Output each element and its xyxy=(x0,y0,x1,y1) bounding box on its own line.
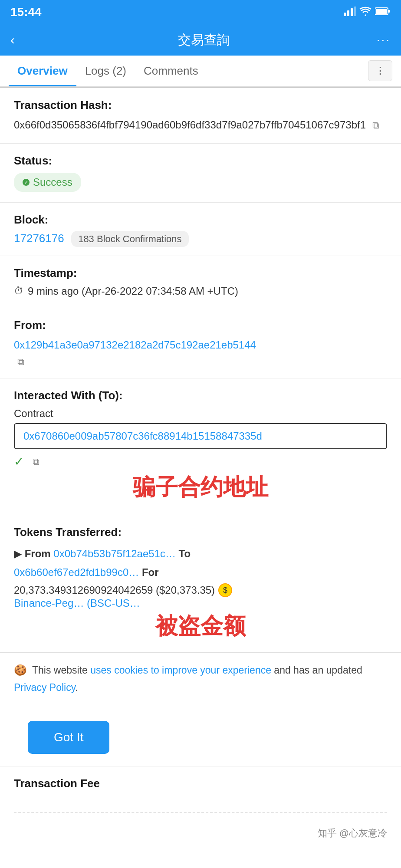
copy-contract-button[interactable]: ⧉ xyxy=(33,456,39,467)
signal-icon xyxy=(344,7,356,18)
tab-comments[interactable]: Comments xyxy=(135,56,207,85)
status-time: 15:44 xyxy=(10,5,42,19)
svg-rect-2 xyxy=(351,8,353,16)
cookie-link-1[interactable]: uses cookies to improve your experience xyxy=(90,664,271,676)
contract-actions: ✓ ⧉ xyxy=(14,454,387,469)
token-dollar-icon: $ xyxy=(218,583,232,597)
fraud-label: 骗子合约地址 xyxy=(14,472,387,503)
battery-icon xyxy=(375,7,391,17)
from-section: From: 0x129b41a3e0a97132e2182a2d75c192ae… xyxy=(0,308,401,378)
back-button[interactable]: ‹ xyxy=(10,33,31,47)
nav-bar: ‹ 交易查詢 ··· xyxy=(0,24,401,56)
block-section: Block: 17276176 183 Block Confirmations xyxy=(0,203,401,256)
block-number-link[interactable]: 17276176 xyxy=(14,232,64,245)
svg-rect-5 xyxy=(388,10,390,13)
tokens-from-address[interactable]: 0x0b74b53b75f12ae51c… xyxy=(53,548,176,559)
transaction-hash-label: Transaction Hash: xyxy=(14,99,387,112)
vertical-dots-icon: ⋮ xyxy=(375,65,385,76)
got-it-container: Got It xyxy=(0,705,401,766)
status-badge: Success xyxy=(14,173,387,192)
contract-address-box: 0x670860e009ab57807c36fc88914b1515884733… xyxy=(14,423,387,449)
svg-rect-0 xyxy=(344,13,346,16)
status-icons xyxy=(344,7,391,18)
timestamp-label: Timestamp: xyxy=(14,266,387,280)
tokens-amount: 20,373.349312690924042659 ($20,373.35) xyxy=(14,584,215,596)
transaction-fee-label: Transaction Fee xyxy=(14,777,387,790)
svg-rect-1 xyxy=(347,10,349,16)
confirmations-badge: 183 Block Confirmations xyxy=(71,231,188,247)
tab-more-button[interactable]: ⋮ xyxy=(368,60,392,81)
tokens-to-label: To xyxy=(179,548,191,559)
verified-icon: ✓ xyxy=(14,454,24,469)
tokens-transferred-section: Tokens Transferred: ▶ From 0x0b74b53b75f… xyxy=(0,515,401,652)
timestamp-value: ⏱ 9 mins ago (Apr-26-2022 07:34:58 AM +U… xyxy=(14,285,387,297)
watermark: 知乎 @心灰意冷 xyxy=(0,823,401,847)
cookie-text: 🍪 This website uses cookies to improve y… xyxy=(14,661,387,696)
svg-rect-3 xyxy=(354,7,356,16)
status-dot-icon xyxy=(23,179,30,186)
interacted-with-section: Interacted With (To): Contract 0x670860e… xyxy=(0,378,401,515)
cookie-link-2[interactable]: Privacy Policy xyxy=(14,682,75,693)
from-address[interactable]: 0x129b41a3e0a97132e2182a2d75c192ae21eb51… xyxy=(14,339,256,351)
wifi-icon xyxy=(359,7,371,18)
clock-icon: ⏱ xyxy=(14,286,23,297)
nav-title: 交易查詢 xyxy=(178,31,230,49)
stolen-amount-label: 被盗金额 xyxy=(14,611,387,641)
tab-overview[interactable]: Overview xyxy=(9,56,76,85)
svg-rect-6 xyxy=(376,9,387,14)
tokens-for-label: For xyxy=(142,566,159,578)
transaction-hash-section: Transaction Hash: 0x66f0d35065836f4fbf79… xyxy=(0,87,401,144)
tokens-amount-row: 20,373.349312690924042659 ($20,373.35) $ xyxy=(14,583,387,597)
contract-address[interactable]: 0x670860e009ab57807c36fc88914b1515884733… xyxy=(23,430,262,442)
status-section: Status: Success xyxy=(0,144,401,203)
transaction-hash-value: 0x66f0d35065836f4fbf794190ad60b9f6df33d7… xyxy=(14,117,387,133)
tokens-from-label: From xyxy=(25,548,51,559)
block-label: Block: xyxy=(14,213,387,227)
transaction-fee-section: Transaction Fee xyxy=(0,766,401,823)
from-label: From: xyxy=(14,319,387,332)
got-it-button[interactable]: Got It xyxy=(28,721,109,754)
tokens-transferred-label: Tokens Transferred: xyxy=(14,526,387,539)
contract-label: Contract xyxy=(14,408,387,420)
tokens-to-address[interactable]: 0x6b60ef67ed2fd1b99c0… xyxy=(14,566,139,578)
timestamp-section: Timestamp: ⏱ 9 mins ago (Apr-26-2022 07:… xyxy=(0,256,401,308)
status-label: Status: xyxy=(14,154,387,168)
content-area: Transaction Hash: 0x66f0d35065836f4fbf79… xyxy=(0,87,401,847)
tab-logs[interactable]: Logs (2) xyxy=(76,56,135,85)
interacted-with-label: Interacted With (To): xyxy=(14,389,387,402)
tabs-bar: Overview Logs (2) Comments ⋮ xyxy=(0,56,401,87)
copy-from-button[interactable]: ⧉ xyxy=(17,356,24,368)
status-bar: 15:44 xyxy=(0,0,401,24)
more-button[interactable]: ··· xyxy=(377,33,391,47)
cookie-icon: 🍪 xyxy=(14,664,27,676)
copy-hash-button[interactable]: ⧉ xyxy=(372,118,379,132)
cookie-notice: 🍪 This website uses cookies to improve y… xyxy=(0,652,401,705)
tokens-row: ▶ From 0x0b74b53b75f12ae51c… To 0x6b60ef… xyxy=(14,544,387,582)
binance-token-line: Binance-Peg… (BSC-US… xyxy=(14,597,387,609)
